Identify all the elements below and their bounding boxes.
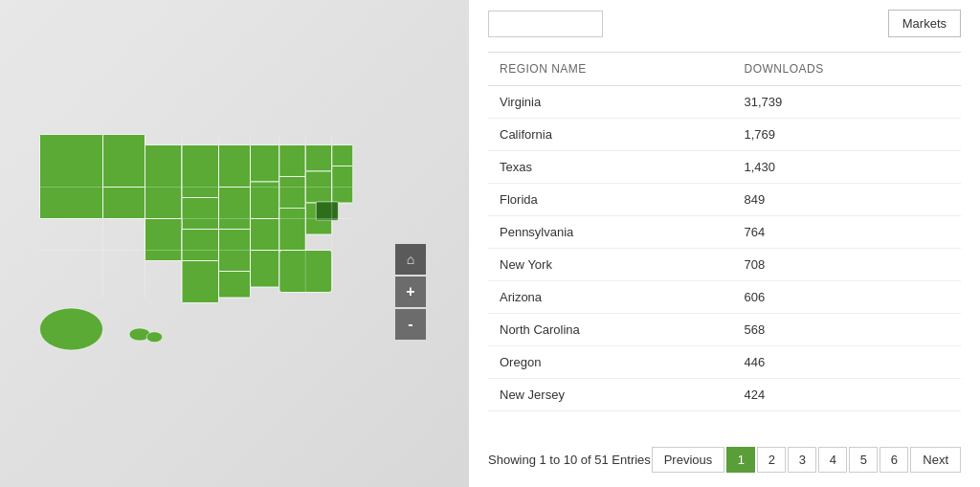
downloads-cell: 31,739 [733,86,961,119]
svg-rect-3 [145,144,183,218]
svg-rect-1 [103,134,145,187]
region-cell: Oregon [488,346,733,379]
svg-rect-6 [219,144,251,187]
region-cell: California [488,119,733,151]
downloads-header: DOWNLOADS [733,53,961,86]
table-row[interactable]: North Carolina568 [488,314,961,346]
svg-rect-12 [251,144,279,182]
svg-point-29 [146,331,163,342]
region-cell: Virginia [488,86,733,119]
svg-rect-14 [279,144,306,176]
pagination-controls: Previous 123456 Next [652,447,961,473]
region-name-header: REGION NAME [488,53,733,86]
table-row[interactable]: Pennsylvania764 [488,216,961,249]
page-button-2[interactable]: 2 [757,447,786,473]
table-row[interactable]: California1,769 [488,119,961,151]
downloads-cell: 568 [733,314,961,346]
svg-rect-13 [251,182,279,219]
svg-rect-4 [182,144,219,197]
svg-rect-8 [145,218,183,260]
svg-rect-22 [251,250,279,287]
right-panel: Markets REGION NAME DOWNLOADS Virginia31… [469,0,980,487]
downloads-cell: 1,769 [733,119,961,151]
region-cell: Arizona [488,281,733,314]
downloads-cell: 446 [733,346,961,379]
zoom-in-button[interactable]: + [395,277,426,307]
svg-rect-0 [40,134,103,218]
region-cell: Texas [488,151,733,184]
page-button-3[interactable]: 3 [788,447,816,473]
pagination-bar: Showing 1 to 10 of 51 Entries Previous 1… [488,437,961,477]
downloads-cell: 606 [733,281,961,314]
pagination-info: Showing 1 to 10 of 51 Entries [488,453,651,467]
markets-button[interactable]: Markets [888,10,961,37]
downloads-cell: 849 [733,184,961,216]
top-bar: Markets [488,0,961,47]
downloads-cell: 424 [733,379,961,411]
downloads-cell: 708 [733,249,961,281]
data-table: REGION NAME DOWNLOADS Virginia31,739Cali… [488,52,961,411]
region-cell: New Jersey [488,379,733,411]
region-cell: Florida [488,184,733,216]
map-panel: ⌂ + - [0,0,469,487]
region-cell: New York [488,249,733,281]
region-cell: North Carolina [488,314,733,346]
next-button[interactable]: Next [910,447,961,473]
svg-rect-25 [219,271,251,298]
table-row[interactable]: Oregon446 [488,346,961,379]
svg-rect-21 [251,218,279,250]
page-button-6[interactable]: 6 [880,447,908,473]
table-row[interactable]: Virginia31,739 [488,86,961,119]
zoom-out-button[interactable]: - [395,309,426,340]
us-map[interactable] [24,72,445,397]
svg-rect-19 [332,166,353,203]
svg-rect-10 [182,260,219,302]
svg-rect-26 [316,201,338,219]
table-container: REGION NAME DOWNLOADS Virginia31,739Cali… [488,52,961,437]
table-row[interactable]: Florida849 [488,184,961,216]
page-button-1[interactable]: 1 [726,447,755,473]
page-button-4[interactable]: 4 [818,447,847,473]
page-button-5[interactable]: 5 [849,447,878,473]
home-button[interactable]: ⌂ [395,244,426,275]
table-row[interactable]: New Jersey424 [488,379,961,411]
previous-button[interactable]: Previous [652,447,725,473]
map-controls: ⌂ + - [395,244,426,340]
downloads-cell: 764 [733,216,961,249]
page-buttons: 123456 [726,447,908,473]
svg-rect-2 [103,187,145,218]
table-row[interactable]: New York708 [488,249,961,281]
svg-rect-18 [332,144,353,166]
downloads-cell: 1,430 [733,151,961,184]
table-header-row: REGION NAME DOWNLOADS [488,53,961,86]
svg-rect-16 [305,144,332,171]
search-input[interactable] [488,11,603,37]
region-cell: Pennsylvania [488,216,733,249]
svg-rect-5 [182,197,219,229]
table-row[interactable]: Texas1,430 [488,151,961,184]
svg-rect-9 [182,229,219,260]
svg-rect-7 [219,187,251,229]
map-container: ⌂ + - [24,72,445,397]
svg-point-27 [40,308,103,350]
svg-rect-23 [279,208,306,250]
table-row[interactable]: Arizona606 [488,281,961,314]
